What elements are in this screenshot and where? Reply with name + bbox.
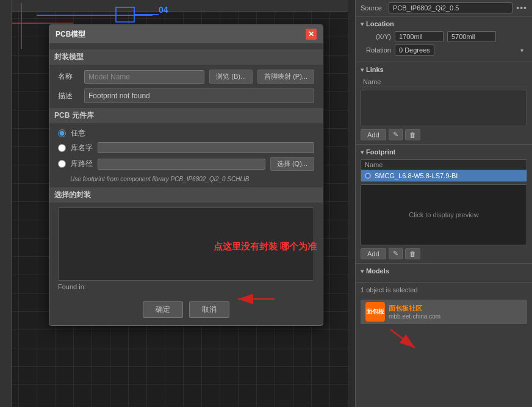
radio-libpath[interactable] <box>58 160 66 168</box>
dialog-footer: 确定 取消 <box>58 297 314 319</box>
dialog-title-bar: PCB模型 ✕ <box>49 25 323 43</box>
radio-any[interactable] <box>58 129 66 137</box>
map-button[interactable]: 首脚映射 (P)... <box>257 70 314 84</box>
dialog-title: PCB模型 <box>56 29 85 40</box>
links-edit-button[interactable]: ✎ <box>389 129 403 140</box>
radio-any-label: 任意 <box>71 128 85 139</box>
location-section: Location (X/Y) Rotation 0 Degrees <box>356 16 532 62</box>
name-label: 名称 <box>58 71 79 82</box>
models-header: Models <box>361 267 527 275</box>
x-input[interactable] <box>395 31 444 42</box>
preview-text: Click to display preview <box>409 211 478 218</box>
pcb-lib-section-title: PCB 元件库 <box>49 108 323 123</box>
browse-button[interactable]: 浏览 (B)... <box>209 70 253 84</box>
ok-button[interactable]: 确定 <box>143 301 183 318</box>
canvas-number: 04 <box>159 5 168 15</box>
watermark-label: 面包板社区 <box>389 304 440 313</box>
links-section: Links Name Add ✎ 🗑 <box>356 62 532 145</box>
footprint-list-item[interactable]: SMCG_L6.8-W5.8-LS7.9-BI <box>361 170 527 181</box>
found-in-row: Found in: <box>58 283 314 290</box>
found-in-label: Found in: <box>58 283 86 290</box>
location-header: Location <box>361 20 527 27</box>
footprint-list: Name SMCG_L6.8-W5.8-LS7.9-BI <box>361 159 527 182</box>
footprint-header: Footprint <box>361 148 527 156</box>
models-section: Models <box>356 264 532 283</box>
desc-value: Footprint not found <box>84 88 314 103</box>
watermark-site: mbb.eet-china.com <box>389 313 440 320</box>
radio-libname[interactable] <box>58 144 66 152</box>
watermark-logo: 面包板 <box>365 302 385 322</box>
y-input[interactable] <box>447 31 496 42</box>
xy-row: (X/Y) <box>361 31 527 42</box>
selected-area <box>58 207 314 281</box>
radio-libpath-row: 库路径 选择 (Q)... <box>58 157 314 171</box>
dialog-close-button[interactable]: ✕ <box>306 29 317 40</box>
watermark: 面包板 面包板社区 mbb.eet-china.com <box>361 300 527 324</box>
name-row: 名称 浏览 (B)... 首脚映射 (P)... <box>58 70 314 84</box>
encap-section-title: 封装模型 <box>49 49 323 65</box>
libname-input[interactable] <box>98 142 314 153</box>
footprint-section: Footprint Name SMCG_L6.8-W5.8-LS7.9-BI C… <box>356 145 532 264</box>
select-button[interactable]: 选择 (Q)... <box>270 157 314 171</box>
radio-libname-label: 库名字 <box>71 143 93 153</box>
radio-any-row: 任意 <box>58 128 314 139</box>
name-input[interactable] <box>84 70 204 84</box>
ruler-left <box>0 0 12 407</box>
rotation-row: Rotation 0 Degrees <box>361 45 527 56</box>
source-more-button[interactable]: ••• <box>516 3 527 13</box>
status-bar: 1 object is selected <box>356 283 532 297</box>
source-row: Source PCB_IP6802_Qi2_0.5 ••• <box>356 0 532 16</box>
rotation-label: Rotation <box>361 46 391 54</box>
xy-label: (X/Y) <box>361 33 391 40</box>
links-add-button[interactable]: Add <box>361 129 386 140</box>
watermark-text: 面包板社区 mbb.eet-china.com <box>389 304 440 320</box>
links-name-header: Name <box>361 77 527 87</box>
links-action-row: Add ✎ 🗑 <box>361 129 527 140</box>
desc-row: 描述 Footprint not found <box>58 88 314 103</box>
fp-edit-button[interactable]: ✎ <box>389 248 403 259</box>
dialog-body: 封装模型 名称 浏览 (B)... 首脚映射 (P)... 描述 Footpri… <box>49 43 323 325</box>
libpath-input[interactable] <box>98 159 265 170</box>
rotation-select-wrapper: 0 Degrees <box>395 45 527 56</box>
footprint-radio <box>365 173 371 179</box>
right-panel: Source PCB_IP6802_Qi2_0.5 ••• Location (… <box>355 0 532 407</box>
fp-add-button[interactable]: Add <box>361 248 386 259</box>
radio-libpath-label: 库路径 <box>71 159 93 169</box>
footprint-preview-area[interactable]: Click to display preview <box>361 184 527 245</box>
radio-group: 任意 库名字 库路径 选择 (Q)... <box>58 128 314 171</box>
links-header: Links <box>361 66 527 73</box>
pcb-model-dialog: PCB模型 ✕ 封装模型 名称 浏览 (B)... 首脚映射 (P)... 描述… <box>49 24 323 326</box>
fp-delete-button[interactable]: 🗑 <box>405 248 420 259</box>
cancel-button[interactable]: 取消 <box>189 301 229 318</box>
desc-label: 描述 <box>58 91 79 101</box>
source-label: Source <box>361 4 385 12</box>
selected-section-title: 选择的封装 <box>49 187 323 203</box>
links-area <box>361 90 527 126</box>
radio-libname-row: 库名字 <box>58 142 314 153</box>
footprint-action-row: Add ✎ 🗑 <box>361 248 527 259</box>
links-delete-button[interactable]: 🗑 <box>405 129 420 140</box>
footprint-list-header: Name <box>361 160 527 170</box>
status-text: 1 object is selected <box>361 286 418 294</box>
source-value: PCB_IP6802_Qi2_0.5 <box>389 2 512 13</box>
footprint-item-name: SMCG_L6.8-W5.8-LS7.9-BI <box>375 172 458 179</box>
hint-text: Use footprint from component library PCB… <box>58 176 314 182</box>
rotation-select[interactable]: 0 Degrees <box>395 45 434 56</box>
